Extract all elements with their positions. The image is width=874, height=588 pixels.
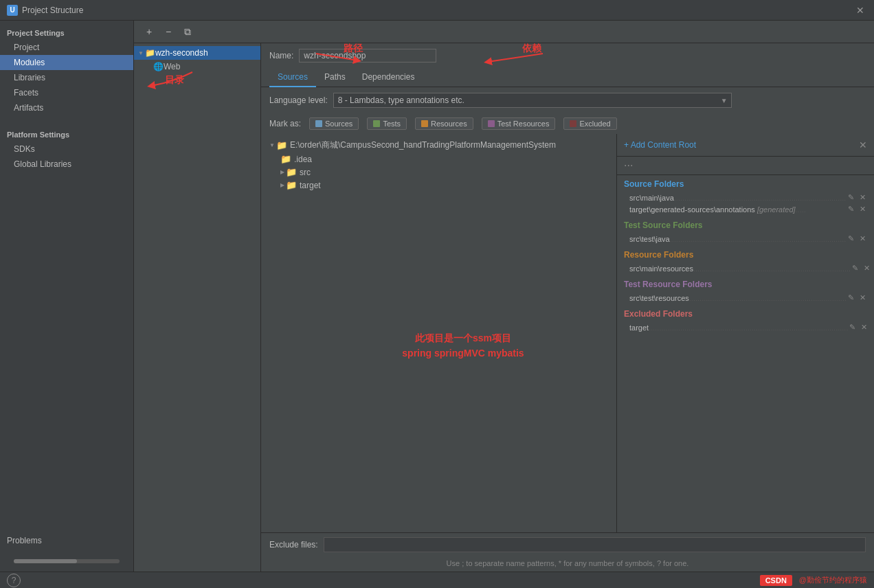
web-icon: 🌐 — [153, 62, 164, 71]
remove-test-source-button[interactable]: ✕ — [858, 234, 867, 243]
sidebar-item-facets[interactable]: Facets — [0, 85, 133, 100]
module-list-item-web[interactable]: 🌐 Web — [134, 60, 260, 74]
exclude-files-label: Exclude files: — [269, 540, 318, 550]
title-bar: U Project Structure ✕ — [0, 0, 874, 21]
tab-dependencies[interactable]: Dependencies — [354, 68, 423, 87]
test-source-item-java: src\test\java...........................… — [624, 233, 867, 245]
target-folder-icon: 📁 — [286, 180, 297, 190]
source-panel-ellipsis[interactable]: ··· — [617, 157, 874, 175]
window-title: Project Structure — [22, 5, 853, 15]
edit-resource-button[interactable]: ✎ — [851, 264, 860, 273]
platform-settings-title: Platform Settings — [0, 122, 133, 142]
excluded-folders-title: Excluded Folders — [624, 309, 867, 319]
add-module-button[interactable]: + — [142, 25, 156, 38]
remove-test-resource-button[interactable]: ✕ — [858, 293, 867, 302]
excluded-item-actions: ✎ ✕ — [848, 323, 869, 332]
app-icon: U — [7, 5, 18, 16]
bottom-area: Exclude files: — [261, 532, 874, 556]
tree-node-root[interactable]: ▼ 📁 E:\order\商城\CampusSecond_handTrading… — [261, 138, 616, 152]
module-item-label: wzh-secondsh — [155, 48, 208, 58]
source-panel-header: + Add Content Root ✕ — [617, 134, 874, 157]
resource-path-main: src\main\resources......................… — [629, 264, 851, 273]
web-item-label: Web — [164, 62, 180, 71]
language-level-select[interactable]: 8 - Lambdas, type annotations etc. 11 - … — [333, 93, 732, 108]
file-tree[interactable]: ▼ 📁 E:\order\商城\CampusSecond_handTrading… — [261, 134, 616, 532]
edit-excluded-button[interactable]: ✎ — [848, 323, 857, 332]
center-annotation-line1: 此项目是一个ssm项目 — [402, 330, 524, 346]
remove-excluded-button[interactable]: ✕ — [860, 323, 869, 332]
root-expand-icon: ▼ — [269, 142, 275, 148]
edit-source-button[interactable]: ✎ — [847, 193, 855, 202]
center-annotation: 此项目是一个ssm项目 spring springMVC mybatis — [402, 330, 524, 361]
tab-paths[interactable]: Paths — [316, 68, 354, 87]
sidebar-item-global-libraries[interactable]: Global Libraries — [0, 157, 133, 172]
chevron-down-icon: ▼ — [138, 50, 144, 56]
excluded-item-target: target..................................… — [624, 321, 867, 333]
mark-resources-button[interactable]: Resources — [415, 117, 473, 130]
right-panel: + − ⧉ ▼ 📁 wzh-secondsh 🌐 Web — [134, 21, 874, 572]
sidebar-item-libraries[interactable]: Libraries — [0, 70, 133, 85]
remove-resource-button[interactable]: ✕ — [862, 264, 871, 273]
sidebar-scrollbar[interactable] — [14, 559, 120, 563]
tree-node-target[interactable]: ▶ 📁 target — [261, 179, 616, 192]
main-layout: Project Settings Project Modules Librari… — [0, 21, 874, 572]
test-resource-folders-title: Test Resource Folders — [624, 280, 867, 289]
center-annotation-line2: spring springMVC mybatis — [402, 346, 524, 361]
edit-test-resource-button[interactable]: ✎ — [847, 293, 855, 302]
tabs-row: Sources Paths Dependencies — [261, 68, 874, 87]
remove-module-button[interactable]: − — [161, 25, 175, 38]
test-source-folders-title: Test Source Folders — [624, 220, 867, 230]
mark-excluded-button[interactable]: Excluded — [563, 117, 616, 130]
module-list-item-wzh[interactable]: ▼ 📁 wzh-secondsh — [134, 46, 260, 60]
help-button[interactable]: ? — [7, 574, 21, 587]
module-folder-icon: 📁 — [145, 48, 155, 58]
tree-node-idea[interactable]: 📁 .idea — [261, 152, 616, 166]
name-row: Name: — [261, 43, 874, 68]
test-source-item-actions: ✎ ✕ — [847, 234, 867, 243]
csdn-username: @勤俭节约的程序猿 — [799, 575, 867, 585]
language-level-row: Language level: 8 - Lambdas, type annota… — [261, 87, 874, 113]
content-area: Name: Sources Paths Dependencies Languag… — [261, 43, 874, 572]
idea-label: .idea — [294, 155, 312, 164]
edit-generated-button[interactable]: ✎ — [847, 205, 855, 214]
copy-module-button[interactable]: ⧉ — [181, 25, 194, 38]
tree-node-src[interactable]: ▶ 📁 src — [261, 166, 616, 179]
sidebar-item-artifacts[interactable]: Artifacts — [0, 100, 133, 115]
resource-item-main: src\main\resources......................… — [624, 262, 867, 274]
add-content-root-button[interactable]: + Add Content Root — [624, 140, 696, 150]
source-panel: + Add Content Root ✕ ··· Source Folders … — [616, 134, 874, 532]
root-path-label: E:\order\商城\CampusSecond_handTradingPlat… — [290, 139, 556, 151]
sidebar-item-modules[interactable]: Modules — [0, 55, 133, 70]
sidebar-item-problems[interactable]: Problems — [7, 533, 126, 548]
sidebar-item-project[interactable]: Project — [0, 40, 133, 55]
source-panel-close-button[interactable]: ✕ — [859, 139, 867, 150]
resources-icon — [421, 120, 428, 127]
mark-as-row: Mark as: Sources Tests Resources — [261, 113, 874, 134]
test-resource-path: src\test\resources......................… — [629, 294, 847, 302]
excluded-folders-section: Excluded Folders target.................… — [617, 305, 874, 335]
edit-test-source-button[interactable]: ✎ — [847, 234, 855, 243]
split-area: ▼ 📁 E:\order\商城\CampusSecond_handTrading… — [261, 134, 874, 532]
remove-source-button[interactable]: ✕ — [858, 193, 867, 202]
source-item-generated-actions: ✎ ✕ — [847, 205, 867, 214]
mark-test-resources-button[interactable]: Test Resources — [482, 117, 556, 130]
tests-icon — [373, 120, 380, 127]
test-resource-item-actions: ✎ ✕ — [847, 293, 867, 302]
remove-generated-button[interactable]: ✕ — [858, 205, 867, 214]
language-level-label: Language level: — [269, 95, 328, 105]
csdn-badge: CSDN — [760, 575, 792, 586]
source-path-main-java: src\main\java...........................… — [629, 194, 847, 202]
resource-folders-section: Resource Folders src\main\resources.....… — [617, 246, 874, 275]
tab-sources[interactable]: Sources — [269, 68, 316, 87]
project-settings-title: Project Settings — [0, 21, 133, 40]
language-level-select-wrapper: 8 - Lambdas, type annotations etc. 11 - … — [333, 93, 732, 108]
close-button[interactable]: ✕ — [853, 5, 867, 16]
exclude-files-input[interactable] — [324, 537, 866, 552]
test-source-path-java: src\test\java...........................… — [629, 235, 847, 243]
sidebar-item-sdks[interactable]: SDKs — [0, 142, 133, 157]
hint-text: Use ; to separate name patterns, * for a… — [261, 556, 874, 572]
name-input[interactable] — [299, 49, 436, 63]
mark-sources-button[interactable]: Sources — [309, 117, 359, 130]
mark-tests-button[interactable]: Tests — [367, 117, 407, 130]
module-toolbar: + − ⧉ — [134, 21, 874, 43]
